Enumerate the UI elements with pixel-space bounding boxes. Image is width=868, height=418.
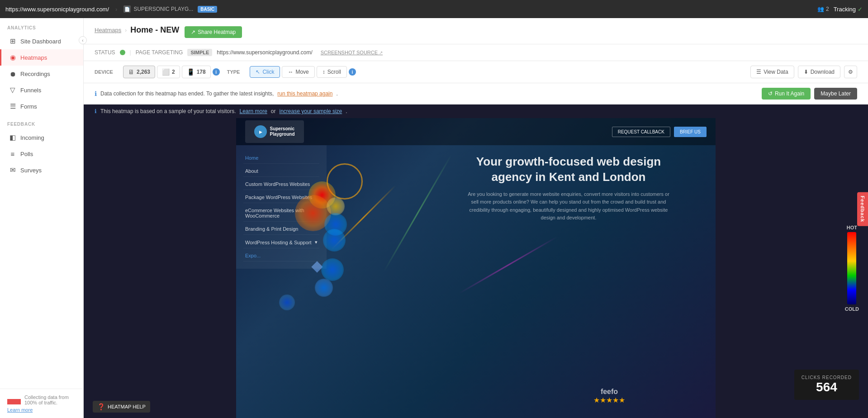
info-banner-icon: ℹ [95,90,97,97]
left-nav-package-wp[interactable]: Package WordPress Websites [243,192,319,203]
device-mobile-button[interactable]: 📱 178 [182,66,211,78]
left-nav-ecommerce[interactable]: eCommerce Websites with WooCommerce [243,205,319,222]
chevron-down-icon: ▾ [315,239,318,245]
run-it-again-button[interactable]: ↺ Run It Again [762,88,811,100]
info-banner-suffix: . [336,90,337,97]
feedback-section-label: FEEDBACK [0,114,83,129]
left-nav-custom-wp[interactable]: Custom WordPress Websites [243,179,319,190]
download-button[interactable]: ⬇ Download [798,66,840,78]
type-scroll-button[interactable]: ↕ Scroll [317,66,347,78]
info-banner-message: Data collection for this heatmap has end… [100,90,274,97]
mockup-nav-buttons: REQUEST CALLBACK BRIEF US [612,127,707,137]
sidebar-item-incoming[interactable]: ◧ Incoming [0,129,83,146]
share-heatmap-button[interactable]: ↗ Share Heatmap [185,26,242,38]
main-layout: ‹ ANALYTICS ⊞ Site Dashboard ◉ Heatmaps … [0,18,868,418]
type-click-button[interactable]: ↖ Click [250,66,280,78]
gear-icon: ⚙ [848,69,853,75]
desktop-icon: 🖥 [128,68,134,76]
deco-line-2 [383,154,452,272]
sidebar-item-funnels[interactable]: ▽ Funnels [0,82,83,98]
settings-button[interactable]: ⚙ [844,66,857,78]
left-nav-hosting[interactable]: WordPress Hosting & Support ▾ [243,237,319,248]
type-label: TYPE [227,69,240,75]
feefo-logo: feefo [593,388,625,396]
hotspot-4 [324,213,347,236]
left-nav-home[interactable]: Home [243,152,319,164]
share-icon: ↗ [191,29,195,35]
separator: › [115,6,117,13]
page-targeting-label: PAGE TARGETING [136,49,183,56]
type-info-icon[interactable]: i [349,68,356,76]
heatmap-icon: ◉ [9,53,17,62]
breadcrumb-parent[interactable]: Heatmaps [95,27,121,33]
breadcrumb-current: Home - NEW [130,25,179,35]
sidebar-item-recordings[interactable]: ⏺ Recordings [0,66,83,82]
move-icon: ↔ [288,69,293,75]
sidebar-item-site-dashboard[interactable]: ⊞ Site Dashboard [0,33,83,49]
view-data-button[interactable]: ☰ View Data [750,66,794,78]
left-nav-branding[interactable]: Branding & Print Design [243,223,319,235]
hot-label: HOT [847,225,857,230]
hotspot-8 [279,294,295,310]
sidebar-label-recordings: Recordings [20,71,50,77]
sidebar-item-heatmaps[interactable]: ◉ Heatmaps [0,49,83,66]
request-callback-btn[interactable]: REQUEST CALLBACK [612,127,670,137]
circle-decoration [327,163,363,200]
clicks-label: CLICKS RECORDED [802,375,852,380]
sidebar-item-surveys[interactable]: ✉ Surveys [0,162,83,178]
external-link-icon: ↗ [379,50,383,55]
view-data-icon: ☰ [756,69,761,75]
sample-message: This heatmap is based on a sample of you… [100,108,236,114]
left-nav-about[interactable]: About [243,166,319,177]
info-banner: ℹ Data collection for this heatmap has e… [84,83,868,104]
brief-us-btn[interactable]: BRIEF US [674,127,707,137]
site-icon: 📄 [123,5,131,13]
deco-line-3 [459,236,557,294]
maybe-later-button[interactable]: Maybe Later [814,88,857,100]
main-content: Heatmaps › Home - NEW ↗ Share Heatmap ST… [84,18,868,418]
clicks-count: 564 [802,380,852,394]
learn-more-sample-link[interactable]: Learn more [239,108,267,114]
mockup-left-nav: Home About Custom WordPress Websites Pac… [236,145,327,269]
logo-text: SupersonicPlayground [270,126,294,137]
device-label: DEVICE [95,69,113,75]
device-info-icon[interactable]: i [213,68,220,76]
toolbar: DEVICE 🖥 2,263 ⬜ 2 📱 178 i TYPE [84,61,868,83]
cold-label: COLD [845,306,859,312]
traffic-text: Collecting data from 100% of traffic. [24,394,69,405]
sidebar-item-forms[interactable]: ☰ Forms [0,98,83,114]
status-url: https://www.supersonicplayground.com/ [217,49,312,56]
hotspot-7 [315,279,333,297]
heatmap-help-button[interactable]: ❓ HEATMAP HELP [93,401,150,413]
feedback-tab[interactable]: Feedback [857,192,868,226]
screenshot-source-link[interactable]: SCREENSHOT SOURCE ↗ [321,50,383,55]
site-name-container: 📄 SUPERSONIC PLAYG... [123,5,193,13]
recordings-icon: ⏺ [9,70,17,78]
color-scale: HOT COLD [845,225,859,312]
website-mockup: ▸ SupersonicPlayground REQUEST CALLBACK … [236,118,716,418]
learn-more-link[interactable]: Learn more [7,407,33,413]
breadcrumb-chevron-icon: › [125,27,127,33]
plan-badge: BASIC [198,6,217,13]
sidebar-label-surveys: Surveys [20,167,42,174]
device-tablet-button[interactable]: ⬜ 2 [157,66,180,78]
sidebar-label-funnels: Funnels [20,87,41,94]
sidebar-label-heatmaps: Heatmaps [20,54,47,61]
page-url: https://www.supersonicplayground.com/ [5,6,109,13]
scroll-icon: ↕ [323,69,325,75]
mobile-icon: 📱 [187,68,194,76]
type-move-button[interactable]: ↔ Move [282,66,314,78]
tracking-status: Tracking ✓ [834,6,863,13]
sidebar-item-polls[interactable]: ≡ Polls [0,146,83,162]
left-nav-expo[interactable]: Expo... [243,250,319,261]
mockup-hero: Your growth-focused web design agency in… [467,154,670,229]
device-desktop-button[interactable]: 🖥 2,263 [123,66,155,78]
feefo-widget: feefo ★★★★★ [593,388,625,404]
sidebar-collapse-button[interactable]: ‹ [79,36,84,44]
increase-sample-link[interactable]: increase your sample size [280,108,342,114]
sample-banner: ℹ This heatmap is based on a sample of y… [84,104,868,118]
breadcrumb: Heatmaps › Home - NEW [95,25,179,35]
sidebar-bottom: Collecting data from 100% of traffic. Le… [0,389,83,418]
users-icon: 👥 [817,6,824,12]
run-heatmap-again-link[interactable]: run this heatmap again [277,90,332,97]
